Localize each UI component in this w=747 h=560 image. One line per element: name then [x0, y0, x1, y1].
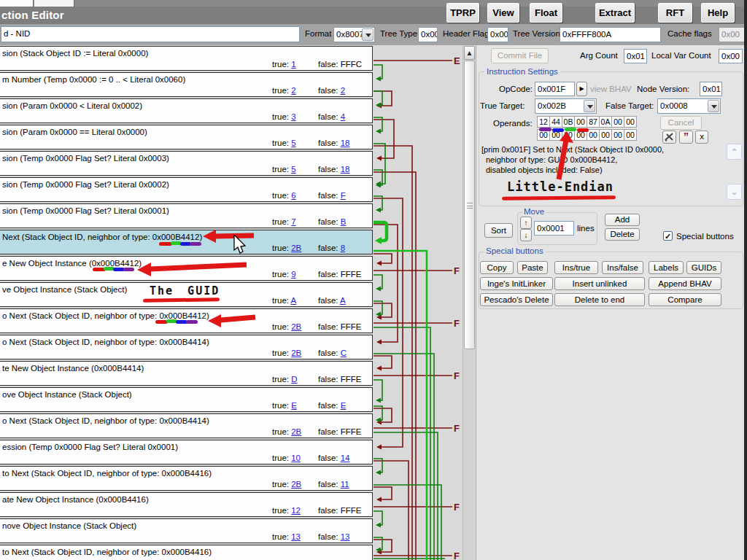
operand-cell[interactable]: 00 [624, 116, 637, 128]
delete-to-end-button[interactable]: Delete to end [554, 293, 645, 306]
tprp-button[interactable]: TPRP [446, 3, 479, 23]
operand-cell[interactable]: 0A [599, 116, 612, 128]
true-target-link-value[interactable]: D [291, 375, 297, 384]
true-target-link-value[interactable]: 9 [291, 270, 295, 279]
clear-operand-icon[interactable]: x [695, 131, 708, 144]
operand-cell[interactable]: 12 [537, 116, 550, 128]
view-button[interactable]: View [487, 3, 519, 23]
false-target-link-value[interactable]: A [340, 296, 346, 305]
false-target-link-value[interactable]: C [341, 349, 347, 357]
false-target-link-value[interactable]: 4 [341, 112, 345, 121]
list-scrollbar[interactable]: ▲ [462, 45, 475, 560]
true-target-link-value[interactable]: A [291, 296, 297, 305]
true-target-link-value[interactable]: 2B [291, 322, 301, 331]
true-target-link-value[interactable]: 5 [291, 165, 295, 174]
sort-button[interactable]: Sort [484, 223, 513, 238]
description-scroll-up-icon[interactable]: ⌃ [727, 144, 742, 160]
operand-cell[interactable]: 00 [624, 129, 637, 141]
instruction-row[interactable]: sion (Param 0x0000 < Literal 0x0002)true… [0, 98, 373, 123]
labels-button[interactable]: Labels [649, 261, 684, 274]
instruction-row[interactable]: to Next (Stack Object ID, neighbor of ty… [0, 466, 373, 491]
pescados-delete-button[interactable]: Pescado's Delete [480, 293, 553, 306]
move-lines-input[interactable]: 0x0001 [534, 221, 574, 236]
compare-button[interactable]: Compare [649, 293, 721, 306]
arg-count-input[interactable]: 0x01 [624, 49, 647, 63]
tab-stub-right[interactable] [34, 0, 74, 7]
false-target-link-value[interactable]: 2 [341, 86, 345, 95]
true-target-combobox[interactable]: 0x002B [535, 98, 597, 114]
true-target-link-value[interactable]: 5 [291, 139, 295, 147]
instruction-row[interactable]: ate New Object Instance (0x000B4416)true… [0, 492, 373, 517]
operand-cell[interactable]: 00 [611, 129, 624, 141]
false-target-link-value[interactable]: B [341, 217, 347, 226]
add-button[interactable]: Add [605, 214, 640, 226]
opcode-input[interactable]: 0x001F [535, 82, 575, 96]
false-target-link-value[interactable]: 18 [341, 139, 350, 147]
instruction-row[interactable]: ession (Temp 0x0000 Flag Set? Literal 0x… [0, 440, 373, 464]
true-target-link-value[interactable]: 10 [291, 454, 301, 462]
operand-cell[interactable]: 00 [611, 116, 624, 128]
false-target-combobox[interactable]: 0x0008 [657, 98, 721, 114]
commit-file-button[interactable]: Commit File [491, 48, 549, 63]
false-target-link-value[interactable]: F [341, 191, 346, 200]
format-dropdown-icon[interactable] [362, 28, 374, 41]
true-target-link-value[interactable]: E [291, 401, 297, 410]
tree-version-input[interactable]: 0xFFFF800A [560, 27, 661, 42]
paste-button[interactable]: Paste [517, 261, 548, 274]
operand-cell[interactable]: 00 [599, 129, 612, 141]
true-target-link-value[interactable]: 13 [291, 532, 301, 541]
append-bhav-button[interactable]: Append BHAV [649, 277, 721, 290]
operand-cell[interactable]: 00 [574, 116, 587, 128]
help-button[interactable]: Help [701, 3, 735, 23]
instruction-row[interactable]: sion (Temp 0x0000 Flag Set? Literal 0x00… [0, 203, 373, 228]
wrench-icon[interactable] [662, 131, 676, 144]
false-target-link-value[interactable]: 13 [341, 532, 350, 541]
true-target-link-value[interactable]: 3 [291, 112, 295, 121]
true-target-link-value[interactable]: 6 [291, 191, 295, 200]
cancel-button[interactable]: Cancel [660, 116, 702, 130]
false-target-link-value[interactable]: 8 [341, 244, 345, 252]
true-target-link-value[interactable]: 12 [291, 506, 301, 515]
instruction-row[interactable]: sion (Stack Object ID := Literal 0x0000)… [0, 46, 373, 71]
local-var-count-input[interactable]: 0x00 [719, 49, 743, 63]
true-target-link-value[interactable]: 2B [291, 244, 301, 252]
instruction-row[interactable]: o Next (Stack Object ID, neighbor of typ… [0, 413, 373, 438]
instruction-row[interactable]: e New Object Instance (0x000B4412)true: … [0, 256, 373, 281]
true-target-link-value[interactable]: 2 [291, 86, 295, 95]
true-target-link-value[interactable]: 2B [291, 480, 301, 489]
operand-cell[interactable]: 87 [587, 116, 600, 128]
operand-cell[interactable]: 44 [549, 116, 562, 128]
filename-input[interactable]: d - NID [1, 26, 300, 42]
instruction-row[interactable]: nove Object Instance (Stack Object)true:… [0, 518, 373, 543]
special-buttons-checkbox[interactable]: ✓ [663, 231, 673, 241]
float-button[interactable]: Float [530, 3, 562, 23]
guids-button[interactable]: GUIDs [686, 261, 721, 274]
false-target-link-value[interactable]: 11 [341, 480, 349, 489]
move-down-icon[interactable]: ↓ [520, 229, 532, 241]
instruction-row[interactable]: te New Object Instance (0x000B4414)true:… [0, 361, 373, 386]
node-version-input[interactable]: 0x01 [700, 82, 722, 96]
tab-stub-left[interactable] [0, 0, 34, 7]
ins-false-button[interactable]: Ins/false [602, 261, 643, 274]
extract-button[interactable]: Extract [595, 3, 635, 23]
true-target-link-value[interactable]: 2B [291, 427, 301, 436]
opcode-go-icon[interactable]: ▶ [576, 82, 587, 96]
instruction-row[interactable]: sion (Param 0x0000 == Literal 0x0000)tru… [0, 125, 373, 149]
instruction-row[interactable]: sion (Temp 0x0000 Flag Set? Literal 0x00… [0, 151, 373, 176]
scrollbar-thumb[interactable] [464, 61, 475, 349]
rft-button[interactable]: RFT [658, 3, 692, 23]
true-target-link-value[interactable]: 2B [291, 349, 301, 357]
false-target-link-value[interactable]: 14 [341, 454, 350, 462]
inges-initlinker-button[interactable]: Inge's InitLinker [480, 277, 553, 290]
scroll-up-icon[interactable]: ▲ [464, 46, 475, 60]
tree-type-input[interactable]: 0x00 [418, 27, 438, 42]
quote-icon[interactable]: ” [679, 131, 693, 144]
description-scroll-down-icon[interactable]: ⌄ [727, 184, 742, 200]
true-target-link-value[interactable]: 1 [291, 60, 295, 69]
insert-unlinked-button[interactable]: Insert unlinked [554, 277, 645, 290]
instruction-row[interactable]: o Next (Stack Object ID, neighbor of typ… [0, 335, 373, 359]
false-target-dropdown-icon[interactable] [708, 100, 719, 112]
header-flag-input[interactable]: 0x00 [487, 27, 508, 42]
copy-button[interactable]: Copy [480, 261, 514, 274]
instruction-row[interactable]: ove Object Instance (Stack Object)true: … [0, 387, 373, 412]
